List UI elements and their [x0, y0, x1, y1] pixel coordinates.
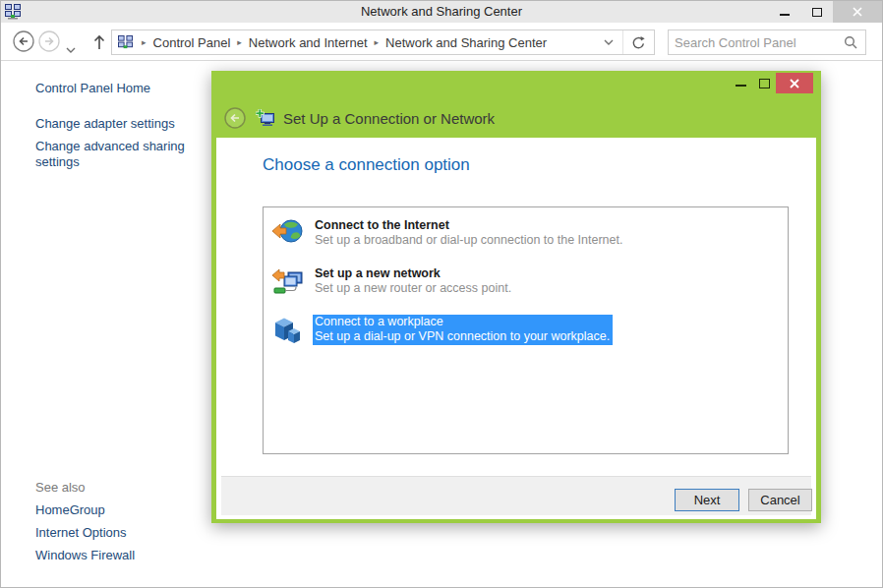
search-icon — [842, 35, 865, 49]
up-button[interactable] — [91, 33, 107, 49]
dialog-back-button[interactable] — [224, 107, 246, 129]
sidebar-item-change-advanced-sharing-settings[interactable]: Change advanced sharing settings — [35, 139, 198, 170]
option-set-up-new-network[interactable]: Set up a new network Set up a new router… — [271, 266, 780, 297]
refresh-icon — [631, 35, 646, 50]
window-titlebar: Network and Sharing Center — [1, 1, 882, 23]
option-description: Set up a dial-up or VPN connection to yo… — [315, 329, 610, 344]
breadcrumb-separator: ▸ — [135, 37, 153, 47]
refresh-button[interactable] — [622, 30, 654, 54]
option-description: Set up a new router or access point. — [315, 281, 511, 296]
dialog-title: Set Up a Connection or Network — [283, 110, 495, 127]
breadcrumb-item-network-and-sharing-center[interactable]: Network and Sharing Center — [385, 35, 547, 50]
option-connect-to-workplace[interactable]: Connect to a workplace Set up a dial-up … — [271, 315, 780, 345]
minimize-icon — [736, 85, 746, 88]
address-dropdown-button[interactable] — [595, 30, 622, 54]
close-icon — [789, 78, 800, 89]
maximize-button[interactable] — [800, 1, 833, 23]
sidebar-item-control-panel-home[interactable]: Control Panel Home — [35, 81, 198, 96]
minimize-icon — [780, 14, 790, 16]
cancel-button[interactable]: Cancel — [748, 489, 812, 511]
search-box — [668, 29, 866, 55]
sidebar-item-internet-options[interactable]: Internet Options — [35, 525, 198, 541]
back-icon — [13, 30, 34, 52]
dialog-maximize-button[interactable] — [752, 73, 776, 93]
new-network-icon — [271, 266, 305, 296]
option-description: Set up a broadband or dial-up connection… — [315, 233, 622, 248]
forward-button[interactable] — [38, 30, 60, 52]
back-button[interactable] — [13, 30, 34, 52]
breadcrumb-separator: ▸ — [230, 37, 249, 47]
history-dropdown-button[interactable] — [66, 39, 76, 57]
workplace-icon — [271, 315, 305, 344]
option-title: Connect to a workplace — [315, 315, 610, 329]
option-connect-to-internet[interactable]: Connect to the Internet Set up a broadba… — [271, 218, 780, 249]
next-button[interactable]: Next — [675, 489, 739, 511]
maximize-icon — [759, 79, 770, 88]
connection-options-list: Connect to the Internet Set up a broadba… — [263, 206, 789, 454]
up-arrow-icon — [91, 33, 107, 51]
dialog-footer: Next Cancel — [221, 476, 811, 515]
breadcrumb-separator: ▸ — [368, 37, 386, 47]
breadcrumb-network-icon — [118, 35, 133, 50]
address-bar[interactable]: ▸ Control Panel ▸ Network and Internet ▸… — [111, 29, 655, 55]
dialog-minimize-button[interactable] — [729, 73, 752, 93]
maximize-icon — [812, 8, 822, 17]
sidebar-item-homegroup[interactable]: HomeGroup — [35, 502, 198, 518]
internet-globe-icon — [271, 218, 305, 248]
option-title: Connect to the Internet — [315, 218, 622, 233]
dialog-close-button[interactable] — [776, 73, 813, 93]
network-sharing-center-window: Network and Sharing Center — [0, 0, 883, 588]
close-icon — [852, 6, 863, 18]
dialog-heading: Choose a connection option — [263, 155, 470, 175]
setup-connection-dialog: Set Up a Connection or Network Choose a … — [211, 71, 821, 523]
sidebar-item-windows-firewall[interactable]: Windows Firewall — [35, 548, 198, 563]
chevron-down-icon — [66, 47, 76, 53]
window-title: Network and Sharing Center — [1, 4, 882, 19]
sidebar-item-change-adapter-settings[interactable]: Change adapter settings — [35, 116, 198, 132]
search-input[interactable] — [669, 35, 842, 50]
back-icon — [224, 107, 246, 129]
option-title: Set up a new network — [315, 266, 511, 281]
breadcrumb-item-control-panel[interactable]: Control Panel — [153, 35, 231, 50]
navigation-bar: ▸ Control Panel ▸ Network and Internet ▸… — [1, 23, 882, 61]
breadcrumb-item-network-and-internet[interactable]: Network and Internet — [249, 35, 368, 50]
setup-connection-icon — [256, 109, 275, 127]
dialog-body: Choose a connection option Connect to th… — [216, 138, 816, 519]
forward-icon — [38, 30, 60, 52]
close-button[interactable] — [833, 1, 882, 23]
see-also-label: See also — [35, 480, 86, 495]
chevron-down-icon — [604, 39, 614, 45]
minimize-button[interactable] — [768, 1, 800, 23]
